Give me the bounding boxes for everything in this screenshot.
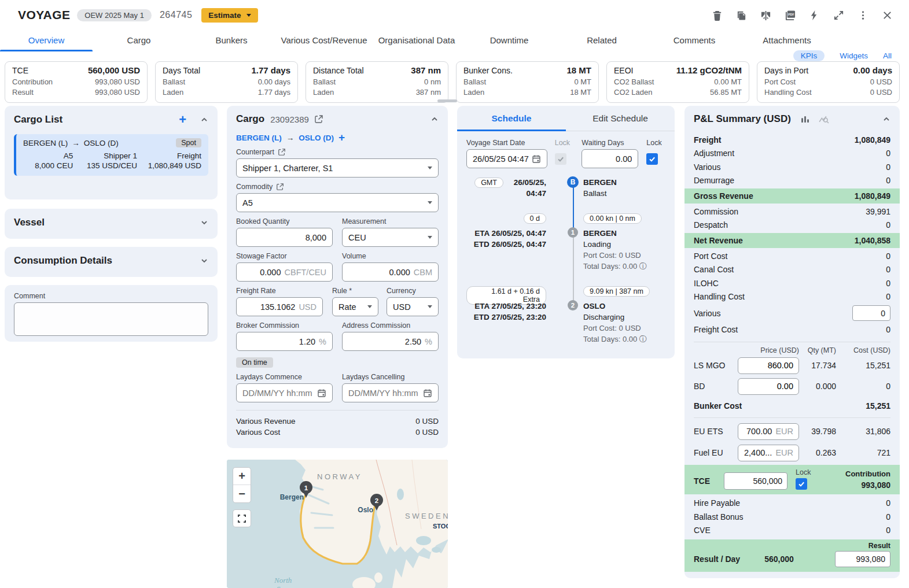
broker-commission-field[interactable]: 1.20% — [236, 332, 333, 351]
open-cargo-icon[interactable] — [314, 114, 323, 124]
timeline-node-2[interactable]: 2 — [568, 300, 578, 310]
map-fullscreen-button[interactable] — [233, 509, 251, 527]
tab-organisational-data[interactable]: Organisational Data — [370, 30, 463, 51]
address-commission-field[interactable]: 2.50% — [342, 332, 439, 351]
consumption-title: Consumption Details — [14, 255, 112, 267]
lock-start-checkbox[interactable] — [555, 153, 566, 165]
estimate-dropdown-button[interactable]: Estimate — [201, 8, 257, 23]
tab-edit-schedule[interactable]: Edit Schedule — [566, 106, 675, 131]
contribution-label: Contribution — [845, 469, 890, 478]
result-input[interactable] — [835, 551, 890, 567]
laydays-cancelling-field[interactable] — [342, 383, 439, 402]
more-menu-icon[interactable] — [858, 10, 868, 21]
main-tabs: Overview Cargo Bunkers Various Cost/Reve… — [0, 30, 833, 51]
cargo-id: 23092389 — [270, 114, 309, 124]
external-link-icon[interactable] — [276, 183, 284, 191]
cargo-list-item[interactable]: BERGEN (L) → OSLO (D) Spot A5 Shipper 1 … — [14, 134, 208, 176]
waiting-days-field[interactable] — [582, 149, 638, 168]
lock-waiting-checkbox[interactable] — [646, 153, 658, 165]
fuel-eu-price-field[interactable]: 2,400...EUR — [738, 445, 799, 461]
calendar-icon[interactable] — [532, 154, 541, 164]
voyage-start-date-field[interactable] — [466, 149, 547, 168]
expand-icon[interactable] — [833, 10, 844, 21]
discharge-port-link[interactable]: OSLO (D) — [299, 134, 334, 142]
quick-actions-icon[interactable] — [809, 10, 820, 21]
divider — [694, 417, 890, 418]
currency-select[interactable]: USD — [387, 297, 439, 316]
laydays-commence-input[interactable] — [242, 389, 317, 398]
pnl-row-handling-cost: Handling Cost0 — [694, 290, 890, 304]
tab-related[interactable]: Related — [555, 30, 648, 51]
chevron-down-icon[interactable] — [200, 219, 208, 227]
resize-handle[interactable] — [437, 99, 457, 102]
comment-textarea[interactable] — [14, 302, 208, 336]
add-cargo-icon[interactable]: + — [179, 114, 186, 125]
tab-overview[interactable]: Overview — [0, 30, 93, 51]
tab-schedule[interactable]: Schedule — [457, 106, 566, 131]
svg-text:2: 2 — [375, 497, 378, 504]
delete-icon[interactable] — [712, 10, 723, 21]
eu-ets-price-field[interactable]: 700.00EUR — [738, 423, 799, 440]
chevron-down-icon[interactable] — [200, 257, 208, 265]
measurement-select[interactable]: CEU — [342, 228, 439, 247]
chart-analysis-icon[interactable] — [818, 114, 829, 125]
tab-cargo[interactable]: Cargo — [93, 30, 185, 51]
info-icon[interactable]: ⓘ — [639, 262, 647, 271]
booked-quantity-field[interactable] — [236, 228, 333, 247]
export-pdf-icon[interactable]: PDF — [785, 10, 796, 21]
tce-lock-checkbox[interactable] — [796, 478, 807, 490]
rule-select[interactable]: Rate — [332, 297, 378, 316]
compare-icon[interactable] — [760, 10, 771, 21]
external-link-icon[interactable] — [278, 148, 286, 156]
laydays-cancelling-input[interactable] — [348, 389, 423, 398]
port-activity: Loading — [583, 239, 665, 250]
tab-various-cost-revenue[interactable]: Various Cost/Revenue — [278, 30, 370, 51]
chevron-up-icon[interactable] — [430, 115, 439, 123]
zoom-out-button[interactable]: − — [233, 485, 251, 502]
kpi-card-eeoi: EEOI11.12 gCO2/tNM CO2 Ballast0.00 MT CO… — [606, 61, 749, 103]
tab-comments[interactable]: Comments — [648, 30, 741, 51]
tce-input[interactable] — [724, 472, 787, 490]
timeline-node-start[interactable]: B — [567, 176, 579, 188]
estimate-label: Estimate — [208, 11, 241, 20]
lsmgo-price-field[interactable] — [738, 357, 799, 374]
freight-rate-field[interactable]: 135.1062USD — [236, 297, 323, 316]
bd-price-field[interactable] — [738, 378, 799, 395]
info-icon[interactable]: ⓘ — [639, 335, 647, 343]
volume-field[interactable]: 0.000CBM — [342, 262, 439, 282]
waiting-days-input[interactable] — [588, 154, 632, 164]
pnl-tce-band: TCE Lock Contribution 993,080 — [684, 465, 900, 494]
laydays-commence-field[interactable] — [236, 383, 333, 402]
tab-downtime[interactable]: Downtime — [463, 30, 555, 51]
commodity-select[interactable]: A5 — [236, 193, 439, 212]
add-port-icon[interactable]: + — [338, 132, 345, 143]
voyage-start-date-input[interactable] — [473, 154, 532, 164]
schedule-tabs: Schedule Edit Schedule — [457, 106, 675, 131]
laydays-commence-label: Laydays Commence — [236, 373, 333, 381]
load-port-link[interactable]: BERGEN (L) — [236, 134, 282, 142]
booked-quantity-input[interactable] — [242, 233, 326, 242]
chevron-up-icon[interactable] — [882, 115, 890, 123]
bar-chart-icon[interactable] — [800, 114, 810, 124]
toggle-widgets[interactable]: Widgets — [840, 51, 868, 60]
lsmgo-price-input[interactable] — [744, 361, 793, 370]
calendar-icon[interactable] — [423, 389, 432, 398]
kpi-card-tce: TCE560,000 USD Contribution993,080 USD R… — [5, 61, 148, 103]
calendar-icon[interactable] — [317, 389, 326, 398]
start-port: BERGEN — [583, 177, 665, 188]
counterpart-select[interactable]: Shipper 1, Charterer, S1 — [236, 158, 439, 177]
close-icon[interactable] — [882, 10, 893, 21]
pnl-various-input[interactable] — [852, 305, 890, 321]
zoom-in-button[interactable]: + — [233, 468, 251, 485]
bd-price-input[interactable] — [744, 382, 793, 391]
stowage-factor-field[interactable]: 0.000CBFT/CEU — [236, 262, 333, 282]
tab-attachments[interactable]: Attachments — [741, 30, 833, 51]
header-toolbar: PDF — [712, 10, 893, 21]
copy-icon[interactable] — [736, 10, 747, 21]
tab-bunkers[interactable]: Bunkers — [185, 30, 278, 51]
route-map[interactable]: NORWAY SWEDEN STOC Bergen Oslo North Sea… — [227, 460, 448, 588]
toggle-all[interactable]: All — [883, 51, 892, 60]
toggle-kpis[interactable]: KPIs — [793, 50, 825, 61]
timeline-node-1[interactable]: 1 — [568, 227, 578, 238]
chevron-up-icon[interactable] — [200, 116, 208, 124]
